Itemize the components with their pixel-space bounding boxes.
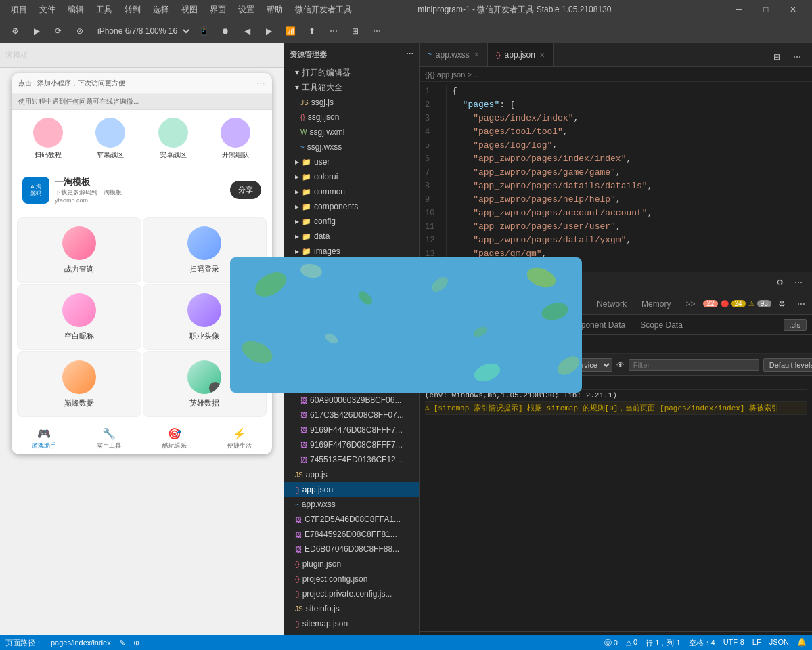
inspector-tab-memory[interactable]: Memory (635, 297, 677, 311)
svg-point-2 (540, 300, 570, 323)
minimize-button[interactable]: ─ (725, 0, 752, 19)
close-tab-wxss-icon[interactable]: ✕ (474, 51, 479, 58)
menu-item-devtools[interactable]: 微信开发者工具 (290, 3, 357, 17)
promo-share-btn[interactable]: 分享 (230, 181, 261, 199)
tab-app-wxss[interactable]: ~ app.wxss ✕ (420, 43, 488, 66)
feature-item-blank-nick[interactable]: 空白昵称 (17, 284, 141, 350)
file-app-wxss[interactable]: ~ app.wxss (284, 497, 419, 512)
icon-item-android-zone[interactable]: 安卓战区 (145, 118, 202, 160)
promo-logo: AI淘源码 (22, 177, 49, 204)
editor-split-btn[interactable]: ⊟ (767, 47, 786, 66)
feature-item-combat[interactable]: 战力查询 (17, 217, 141, 283)
toolbar-wifi-btn[interactable]: 📶 (281, 22, 300, 41)
dt-settings2-icon[interactable]: ⚙ (774, 296, 790, 312)
sidebar-section-toolbox[interactable]: ▾ 工具箱大全 (284, 80, 419, 95)
menu-item-select[interactable]: 选择 (148, 3, 175, 17)
toolbar-preview-btn[interactable]: ▶ (27, 22, 46, 41)
toolbar-video-btn[interactable]: ⏺ (216, 22, 235, 41)
folder-icon-components: 📁 (302, 202, 311, 211)
file-ssgj-wxml[interactable]: W ssgj.wxml (284, 125, 419, 139)
menu-item-help[interactable]: 帮助 (261, 3, 288, 17)
file-img-2[interactable]: 🖼 60A900060329B8CF06... (284, 393, 419, 408)
folder-components[interactable]: ▸ 📁 components (284, 199, 419, 214)
dt-more-icon[interactable]: ⋯ (790, 274, 807, 290)
toolbar-forward-btn[interactable]: ▶ (259, 22, 278, 41)
toolbar-refresh-btn[interactable]: ⟳ (49, 22, 68, 41)
file-app-js[interactable]: JS app.js (284, 467, 419, 482)
panel-tab-scope-data[interactable]: Scope Data (633, 318, 690, 332)
toolbar-layout-btn[interactable]: ⊞ (346, 22, 365, 41)
menu-item-file[interactable]: 文件 (34, 3, 61, 17)
eye-icon[interactable]: 👁 (616, 360, 625, 370)
file-img-5[interactable]: 🖼 9169F4476D08C8FFF7... (284, 437, 419, 452)
file-img-9[interactable]: 🖼 ED6B07046D08C8FF88... (284, 542, 419, 557)
file-project-config-json[interactable]: {} project.config.json (284, 571, 419, 586)
toolbar-more-btn[interactable]: ⋯ (367, 22, 386, 41)
menu-item-settings[interactable]: 设置 (233, 3, 260, 17)
file-img-7[interactable]: 🖼 C7F2D5A46D08C8FFA1... (284, 512, 419, 527)
file-sitemap-json[interactable]: {} sitemap.json (284, 616, 419, 631)
file-plugin-json[interactable]: {} plugin.json (284, 557, 419, 571)
folder-user[interactable]: ▸ 📁 user (284, 154, 419, 169)
menu-item-edit[interactable]: 编辑 (62, 3, 89, 17)
menu-bar: 项目 文件 编辑 工具 转到 选择 视图 界面 设置 帮助 微信开发者工具 mi… (0, 0, 812, 19)
file-app-json[interactable]: {} app.json (284, 482, 419, 497)
close-button[interactable]: ✕ (780, 0, 807, 19)
tab-app-json[interactable]: {} app.json ✕ (488, 43, 554, 66)
toolbar-upload-btn[interactable]: ⬆ (302, 22, 321, 41)
menu-item-project[interactable]: 项目 (5, 3, 32, 17)
dt-settings-icon[interactable]: ⚙ (771, 274, 788, 290)
menu-item-interface[interactable]: 界面 (204, 3, 231, 17)
toolbar-phone-icon[interactable]: 📱 (194, 22, 213, 41)
toolbar-detail-btn[interactable]: ⋯ (324, 22, 343, 41)
file-name-img-3: 617C3B426D08C8FF07... (310, 410, 404, 420)
feature-item-peak-data[interactable]: 巅峰数据 (17, 351, 141, 417)
levels-selector[interactable]: Default levels (763, 358, 812, 372)
folder-colorui[interactable]: ▸ 📁 colorui (284, 169, 419, 184)
file-ssgj-wxss[interactable]: ~ ssgj.wxss (284, 139, 419, 154)
menu-item-view[interactable]: 视图 (176, 3, 203, 17)
folder-config[interactable]: ▸ 📁 config (284, 214, 419, 229)
icon-item-scan-tutorial[interactable]: 扫码教程 (20, 118, 76, 160)
file-ssgj-json[interactable]: {} ssgj.json (284, 110, 419, 125)
toolbar-clean-btn[interactable]: ⊘ (70, 22, 89, 41)
file-ssgj-js[interactable]: JS ssgj.js (284, 95, 419, 110)
folder-common[interactable]: ▸ 📁 common (284, 184, 419, 199)
sidebar-more-icon[interactable]: ⋯ (406, 50, 413, 59)
dt-more2-icon[interactable]: ⋯ (793, 296, 809, 312)
status-extra-icon[interactable]: ⊕ (133, 638, 139, 647)
icon-item-apple-zone[interactable]: 苹果战区 (82, 118, 139, 160)
file-name-img-8: E78445926D08C8FF81... (304, 529, 397, 539)
file-siteinfo-js[interactable]: JS siteinfo.js (284, 601, 419, 616)
folder-collapsed-icon3: ▸ (295, 187, 299, 196)
nav-item-fun[interactable]: 🎯 酷玩逗乐 (142, 423, 207, 454)
icon-label-apple-zone: 苹果战区 (97, 150, 124, 160)
inspector-tab-network[interactable]: Network (590, 297, 633, 311)
file-img-3[interactable]: 🖼 617C3B426D08C8FF07... (284, 408, 419, 422)
toolbar-back-btn[interactable]: ◀ (238, 22, 256, 41)
folder-data[interactable]: ▸ 📁 data (284, 229, 419, 244)
status-page-path-value[interactable]: pages/index/index (51, 638, 111, 647)
sidebar-section-open-editors[interactable]: ▾ 打开的编辑器 (284, 65, 419, 80)
menu-item-tool[interactable]: 工具 (91, 3, 118, 17)
console-filter-input[interactable] (629, 359, 759, 371)
code-editor[interactable]: { "pages": [ "pages/index/index", "pages… (447, 85, 812, 269)
nav-item-game[interactable]: 🎮 游戏助手 (12, 423, 76, 454)
menu-item-goto[interactable]: 转到 (119, 3, 146, 17)
cls-button[interactable]: .cls (784, 319, 807, 331)
nav-item-life[interactable]: ⚡ 便捷生活 (207, 423, 272, 454)
nav-item-tools[interactable]: 🔧 实用工具 (76, 423, 141, 454)
status-edit-icon[interactable]: ✎ (119, 638, 125, 647)
file-project-private-json[interactable]: {} project.private.config.js... (284, 586, 419, 601)
device-selector[interactable]: iPhone 6/7/8 100% 16 (92, 24, 191, 38)
folder-images[interactable]: ▸ 📁 images (284, 244, 419, 259)
inspector-tab-more[interactable]: >> (679, 297, 702, 311)
close-tab-json-icon[interactable]: ✕ (539, 51, 545, 59)
file-img-4[interactable]: 🖼 9169F4476D08C8FFF7... (284, 422, 419, 437)
file-img-6[interactable]: 🖼 745513F4ED0136CF12... (284, 452, 419, 467)
maximize-button[interactable]: □ (752, 0, 780, 19)
editor-more-btn[interactable]: ⋯ (788, 47, 807, 66)
file-img-8[interactable]: 🖼 E78445926D08C8FF81... (284, 527, 419, 542)
icon-item-team-up[interactable]: 开黑组队 (207, 118, 264, 160)
toolbar-compile-btn[interactable]: ⚙ (5, 22, 24, 41)
